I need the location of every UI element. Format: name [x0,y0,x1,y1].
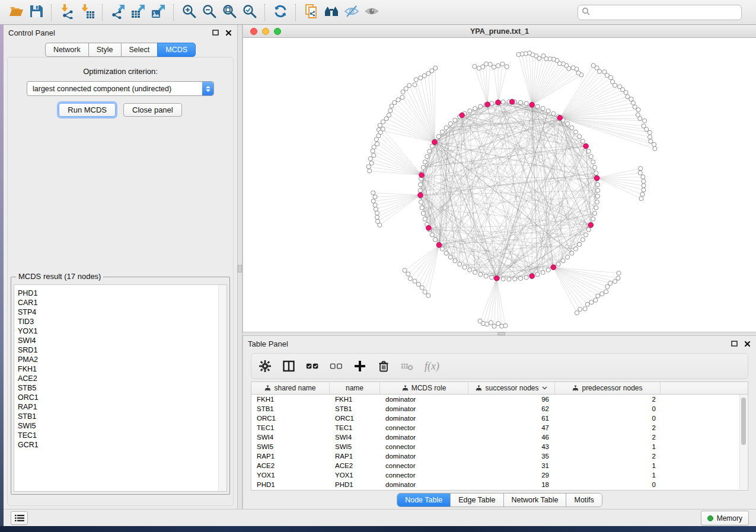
network-node[interactable] [541,54,546,58]
network-node[interactable] [642,184,646,188]
network-node[interactable] [589,155,593,159]
network-node[interactable] [374,207,378,211]
zoom-selected-button[interactable] [240,3,260,22]
table-row[interactable]: SWI5SWI5connector431 [251,442,748,451]
network-node[interactable] [586,227,591,232]
network-node[interactable] [594,298,598,302]
network-node[interactable] [406,272,410,276]
mcds-result-item[interactable]: TID3 [18,317,227,326]
dominator-node[interactable] [494,275,499,281]
delete-table-icon[interactable] [401,358,414,374]
network-node[interactable] [639,166,643,171]
network-canvas[interactable] [243,38,756,332]
network-node[interactable] [638,171,642,175]
network-node[interactable] [592,165,596,169]
network-node[interactable] [507,277,511,281]
network-node[interactable] [421,211,425,216]
network-node[interactable] [448,255,452,259]
network-node[interactable] [426,71,430,75]
mcds-result-item[interactable]: CAR1 [18,298,227,307]
network-node[interactable] [375,211,379,215]
dominator-node[interactable] [496,100,501,105]
network-node[interactable] [368,156,372,161]
network-node[interactable] [500,62,505,66]
network-node[interactable] [462,265,467,270]
deselect-all-icon[interactable] [330,358,343,374]
table-row[interactable]: SWI4SWI4dominator462 [251,432,748,442]
network-node[interactable] [556,262,560,266]
network-node[interactable] [479,104,483,108]
network-node[interactable] [414,78,418,82]
tab-network[interactable]: Network [45,43,89,57]
tab-node-table[interactable]: Node Table [397,493,450,507]
network-node[interactable] [592,211,596,216]
float-panel-icon[interactable] [212,29,219,37]
network-node[interactable] [453,259,457,263]
network-node[interactable] [453,118,457,122]
network-node[interactable] [422,73,426,78]
table-row[interactable]: YOX1YOX1connector291 [251,470,748,480]
network-node[interactable] [636,113,640,117]
network-node[interactable] [578,242,582,246]
network-node[interactable] [485,322,489,326]
tab-style[interactable]: Style [88,43,122,57]
mcds-result-item[interactable]: RAP1 [18,402,227,412]
network-node[interactable] [570,251,574,255]
network-node[interactable] [578,134,582,139]
column-header-predecessor-nodes[interactable]: predecessor nodes [555,382,661,394]
mcds-result-item[interactable]: ACE2 [18,374,227,383]
table-row[interactable]: STB1STB1dominator620 [251,404,748,414]
vertical-splitter[interactable] [237,25,243,509]
network-node[interactable] [639,197,643,201]
network-node[interactable] [444,126,448,130]
memory-button[interactable]: Memory [701,511,749,525]
network-node[interactable] [596,188,600,193]
network-node[interactable] [433,238,437,242]
save-session-button[interactable] [26,3,46,22]
splitter-grip[interactable] [238,265,242,273]
network-node[interactable] [541,107,545,111]
network-node[interactable] [388,108,393,113]
mcds-result-item[interactable]: FKH1 [18,364,227,374]
mcds-result-item[interactable]: PMA2 [18,355,227,364]
network-node[interactable] [369,161,374,165]
network-node[interactable] [594,206,598,210]
network-node[interactable] [575,310,579,315]
network-node[interactable] [423,160,427,164]
dominator-node[interactable] [432,140,438,145]
network-node[interactable] [374,137,378,142]
mcds-list-scrollbar[interactable] [218,285,227,491]
network-node[interactable] [602,70,607,74]
import-table-button[interactable] [77,3,97,22]
export-table-button[interactable] [128,3,148,22]
close-panel-button[interactable]: Close panel [123,103,182,117]
close-panel-icon[interactable] [744,340,751,348]
column-header-successor-nodes[interactable]: successor nodes [468,382,555,394]
network-node[interactable] [421,165,425,169]
dominator-node[interactable] [426,225,432,230]
network-node[interactable] [585,302,589,306]
network-node[interactable] [440,130,444,134]
network-node[interactable] [594,171,598,175]
zoom-in-button[interactable] [179,3,199,22]
table-row[interactable]: ACE2ACE2connector311 [251,461,748,470]
network-node[interactable] [371,199,375,203]
network-node[interactable] [430,233,434,237]
network-node[interactable] [418,188,422,193]
task-history-button[interactable] [11,511,28,525]
network-node[interactable] [591,63,595,68]
horizontal-splitter[interactable] [243,332,756,336]
network-node[interactable] [642,188,646,192]
network-node[interactable] [473,65,477,69]
mcds-result-item[interactable]: ORC1 [18,393,227,402]
dominator-node[interactable] [551,265,556,270]
network-node[interactable] [492,65,496,69]
network-node[interactable] [541,270,545,274]
network-node[interactable] [551,111,556,116]
dominator-node[interactable] [460,113,465,118]
tab-mcds[interactable]: MCDS [157,43,196,57]
mcds-result-item[interactable]: STP4 [18,307,227,317]
network-node[interactable] [617,271,621,275]
network-node[interactable] [479,273,483,277]
dominator-node[interactable] [418,193,423,198]
